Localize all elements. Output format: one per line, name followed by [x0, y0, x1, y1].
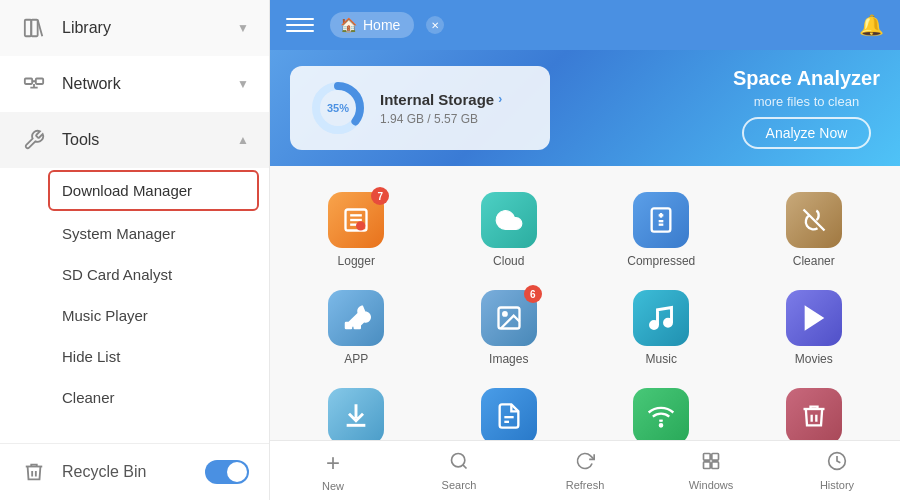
- windows-label: Windows: [689, 479, 734, 491]
- sidebar-item-sd-card[interactable]: SD Card Analyst: [0, 254, 269, 295]
- nav-item-history[interactable]: History: [774, 441, 900, 500]
- sidebar-item-tools[interactable]: Tools ▲: [0, 112, 269, 168]
- recycle-grid-icon: [786, 388, 842, 440]
- grid-item-movies[interactable]: Movies: [740, 280, 889, 374]
- cleaner-label: Cleaner: [793, 254, 835, 268]
- nav-item-new[interactable]: + New: [270, 441, 396, 500]
- grid-item-cloud[interactable]: Cloud: [435, 182, 584, 276]
- topbar-right: 🔔: [859, 13, 884, 37]
- storage-used: 1.94 GB / 5.57 GB: [380, 112, 502, 126]
- sd-card-label: SD Card Analyst: [62, 266, 172, 283]
- main-content: 🏠 Home ✕ 🔔 35% Internal Storage › 1.9: [270, 0, 900, 500]
- analyzer-sub: more files to clean: [754, 94, 860, 109]
- sidebar-item-system-manager[interactable]: System Manager: [0, 213, 269, 254]
- sidebar-item-cleaner[interactable]: Cleaner: [0, 377, 269, 418]
- bell-icon[interactable]: 🔔: [859, 14, 884, 36]
- svg-rect-25: [704, 453, 711, 460]
- tab-close-button[interactable]: ✕: [426, 16, 444, 34]
- app-label: APP: [344, 352, 368, 366]
- network-label: Network: [62, 75, 121, 93]
- nav-item-windows[interactable]: Windows: [648, 441, 774, 500]
- download-manager-label: Download Manager: [62, 182, 192, 199]
- storage-card[interactable]: 35% Internal Storage › 1.94 GB / 5.57 GB: [290, 66, 550, 150]
- grid-item-compressed[interactable]: Compressed: [587, 182, 736, 276]
- library-chevron: ▼: [237, 21, 249, 35]
- svg-rect-26: [712, 453, 719, 460]
- cleaner-icon: [786, 192, 842, 248]
- home-button[interactable]: 🏠 Home: [330, 12, 414, 38]
- sidebar-item-music-player[interactable]: Music Player: [0, 295, 269, 336]
- history-label: History: [820, 479, 854, 491]
- svg-point-24: [452, 453, 465, 466]
- grid-item-network[interactable]: Network: [587, 378, 736, 440]
- sidebar-item-library[interactable]: Library ▼: [0, 0, 269, 56]
- svg-point-17: [503, 312, 507, 316]
- music-icon: [633, 290, 689, 346]
- svg-rect-1: [31, 20, 37, 37]
- grid-item-app[interactable]: APP: [282, 280, 431, 374]
- hamburger-line3: [286, 30, 314, 32]
- topbar: 🏠 Home ✕ 🔔: [270, 0, 900, 50]
- home-label: Home: [363, 17, 400, 33]
- grid-item-cleaner[interactable]: Cleaner: [740, 182, 889, 276]
- system-manager-label: System Manager: [62, 225, 175, 242]
- svg-rect-27: [704, 461, 711, 468]
- sidebar: Library ▼ Network ▼ Tools ▲ Download Man…: [0, 0, 270, 500]
- network-chevron: ▼: [237, 77, 249, 91]
- hamburger-line2: [286, 24, 314, 26]
- compressed-icon: [633, 192, 689, 248]
- search-label: Search: [442, 479, 477, 491]
- refresh-label: Refresh: [566, 479, 605, 491]
- svg-point-23: [660, 424, 662, 426]
- images-icon: 6: [481, 290, 537, 346]
- analyze-now-button[interactable]: Analyze Now: [742, 117, 872, 149]
- grid-item-documents[interactable]: Documents: [435, 378, 584, 440]
- new-label: New: [322, 480, 344, 492]
- history-icon: [827, 451, 847, 476]
- logger-label: Logger: [338, 254, 375, 268]
- storage-percent: 35%: [327, 102, 349, 114]
- app-grid: 7 Logger Cloud: [282, 182, 888, 440]
- music-label: Music: [646, 352, 677, 366]
- storage-info: Internal Storage › 1.94 GB / 5.57 GB: [380, 91, 502, 126]
- analyzer-title: Space Analyzer: [733, 67, 880, 90]
- refresh-icon: [575, 451, 595, 476]
- hamburger-menu[interactable]: [286, 11, 314, 39]
- sidebar-item-network[interactable]: Network ▼: [0, 56, 269, 112]
- grid-area: 7 Logger Cloud: [270, 166, 900, 440]
- tools-chevron: ▲: [237, 133, 249, 147]
- svg-point-19: [665, 319, 672, 326]
- network-icon: [20, 70, 48, 98]
- recycle-bin-icon: [20, 458, 48, 486]
- svg-point-10: [357, 222, 364, 229]
- svg-rect-3: [36, 79, 43, 85]
- sidebar-bottom-recycle-bin[interactable]: Recycle Bin: [0, 443, 269, 500]
- nav-item-refresh[interactable]: Refresh: [522, 441, 648, 500]
- hamburger-line1: [286, 18, 314, 20]
- tools-label: Tools: [62, 131, 99, 149]
- bottom-nav: + New Search Refresh: [270, 440, 900, 500]
- search-icon: [449, 451, 469, 476]
- grid-item-images[interactable]: 6 Images: [435, 280, 584, 374]
- sidebar-item-download-manager[interactable]: Download Manager: [48, 170, 259, 211]
- images-badge: 6: [524, 285, 542, 303]
- cloud-icon: [481, 192, 537, 248]
- grid-item-downloader[interactable]: Downloader: [282, 378, 431, 440]
- grid-item-logger[interactable]: 7 Logger: [282, 182, 431, 276]
- new-icon: +: [326, 449, 340, 477]
- svg-point-18: [651, 322, 658, 329]
- home-icon: 🏠: [340, 17, 357, 33]
- tools-submenu: Download Manager System Manager SD Card …: [0, 168, 269, 418]
- storage-title: Internal Storage ›: [380, 91, 502, 108]
- sidebar-item-hide-list[interactable]: Hide List: [0, 336, 269, 377]
- svg-rect-2: [25, 79, 32, 85]
- downloader-icon: [328, 388, 384, 440]
- svg-rect-28: [712, 461, 719, 468]
- compressed-label: Compressed: [627, 254, 695, 268]
- nav-item-search[interactable]: Search: [396, 441, 522, 500]
- svg-rect-0: [25, 20, 31, 37]
- grid-item-music[interactable]: Music: [587, 280, 736, 374]
- grid-item-recycle-bin[interactable]: Recycle Bin: [740, 378, 889, 440]
- recycle-bin-toggle[interactable]: [205, 460, 249, 484]
- cloud-label: Cloud: [493, 254, 524, 268]
